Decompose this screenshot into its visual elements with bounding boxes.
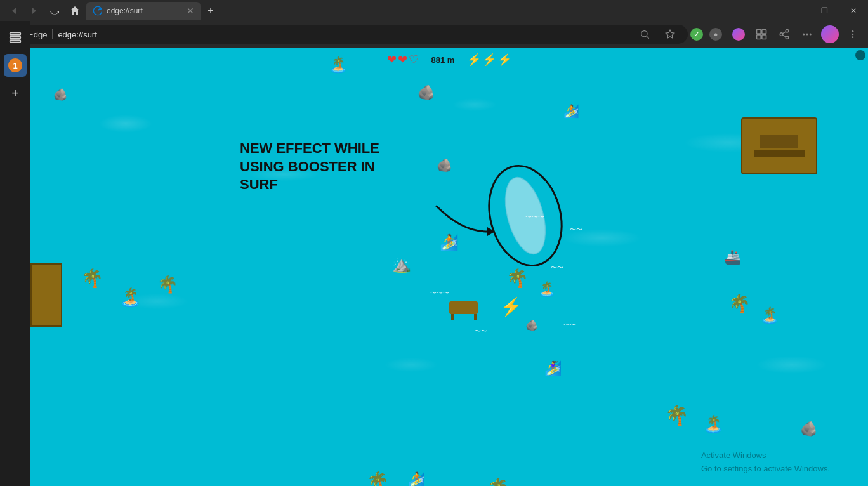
splash-6: 〜〜 (563, 320, 576, 329)
back-button[interactable] (5, 2, 23, 20)
hearts-display: ❤ ❤ ♡ (387, 53, 419, 67)
annotation-text: NEW EFFECT WHILE USING BOOSTER IN SURF (240, 140, 379, 194)
lightning-pickup: ⚡ (500, 298, 522, 316)
url-display: edge://surf (58, 30, 96, 39)
left-building (30, 263, 62, 327)
splash-1: 〜〜〜 (525, 213, 544, 221)
rock-2: 🪨 (437, 159, 452, 171)
search-icon-btn[interactable] (635, 24, 655, 44)
heart-3: ♡ (409, 53, 419, 67)
svg-point-9 (786, 36, 789, 39)
left-building-body (30, 263, 62, 327)
profile-button[interactable] (820, 24, 840, 44)
workspace-avatar: 1 (8, 58, 22, 72)
watermark-line-1: Activate Windows (701, 449, 830, 463)
svg-line-1 (647, 36, 649, 39)
activate-watermark: Activate Windows Go to settings to activ… (701, 449, 830, 476)
svg-rect-18 (10, 33, 21, 35)
svg-rect-4 (762, 30, 766, 34)
svg-line-11 (782, 32, 786, 34)
new-tab-button[interactable]: + (202, 2, 220, 20)
svg-point-8 (780, 33, 783, 36)
favorite-button[interactable] (660, 24, 680, 44)
distance-display: 881 m (431, 55, 455, 65)
splash-2: 〜〜 (551, 263, 563, 272)
island-center-palm: 🌴 (506, 270, 529, 287)
svg-line-10 (782, 35, 786, 37)
extension-btn-1[interactable]: ● (706, 24, 726, 44)
lightning-1: ⚡ (467, 53, 481, 67)
surfer-top-right: 🏄 (563, 105, 579, 117)
lightning-2: ⚡ (482, 53, 496, 67)
close-button[interactable]: ✕ (839, 0, 868, 21)
annotation-line-2: USING BOOSTER IN (240, 158, 379, 176)
lightning-3: ⚡ (497, 53, 511, 67)
island-right-1: 🌴 (728, 295, 751, 313)
annotation-line-1: NEW EFFECT WHILE (240, 140, 379, 158)
sidebar-add-button[interactable]: + (4, 82, 27, 105)
home-button[interactable] (66, 2, 84, 20)
window-controls: ─ ❐ ✕ (780, 0, 868, 21)
bench-leg-2 (474, 314, 477, 320)
splash-4: 〜〜 (475, 327, 487, 336)
toolbar: Edge edge://surf ✓ ● (0, 21, 868, 48)
collections-button[interactable] (751, 24, 772, 44)
browser-name-label: Edge (28, 30, 47, 39)
svg-point-15 (852, 30, 854, 32)
sidebar-collections-button[interactable] (4, 26, 27, 49)
restore-button[interactable]: ❐ (810, 0, 839, 21)
bench-leg-1 (451, 314, 454, 320)
heart-1: ❤ (387, 53, 397, 67)
settings-more-button[interactable] (843, 24, 863, 44)
sidebar: 1 + (0, 21, 30, 486)
browser-window: edge://surf ✕ + ─ ❐ ✕ Edge edge://surf (0, 0, 868, 486)
title-bar-left: edge://surf ✕ + (5, 2, 220, 20)
bench-object (449, 301, 478, 320)
more-tools-button[interactable] (797, 24, 817, 44)
island-left-1: 🌴 (81, 270, 103, 287)
edge-favicon (93, 6, 103, 16)
sidebar-workspaces-button[interactable]: 1 (4, 54, 27, 77)
main-surfer: 🏄 (440, 235, 459, 250)
island-left-2: 🏝️ (119, 289, 141, 306)
svg-marker-21 (487, 227, 495, 236)
address-bar[interactable]: Edge edge://surf (5, 25, 688, 44)
watermark-line-2: Go to settings to activate Windows. (701, 463, 830, 476)
tab-close-button[interactable]: ✕ (187, 6, 194, 16)
more-tools-icon (801, 29, 813, 40)
svg-point-17 (852, 36, 854, 38)
svg-rect-5 (757, 35, 761, 39)
rock-3: 🪨 (53, 89, 67, 100)
title-bar: edge://surf ✕ + ─ ❐ ✕ (0, 0, 868, 21)
forward-button[interactable] (25, 2, 43, 20)
tab-label: edge://surf (107, 6, 143, 15)
dock-roof (760, 135, 798, 148)
island-left-3: 🌴 (157, 276, 178, 292)
rock-4: 🪨 (525, 320, 538, 331)
refresh-button[interactable] (46, 2, 63, 20)
svg-rect-19 (10, 36, 21, 38)
svg-rect-6 (762, 35, 766, 39)
splash-3: 〜〜〜 (430, 289, 449, 298)
svg-rect-20 (10, 40, 21, 42)
ocean-background: ❤ ❤ ♡ 881 m ⚡ ⚡ ⚡ NEW EFFECT WHILE USING… (30, 48, 868, 486)
share-button[interactable] (774, 24, 794, 44)
extension-btn-2[interactable] (728, 24, 749, 44)
minimize-button[interactable]: ─ (780, 0, 810, 21)
dock-building (741, 117, 817, 174)
game-hud: ❤ ❤ ♡ 881 m ⚡ ⚡ ⚡ (387, 53, 512, 67)
settings-more-icon (848, 29, 858, 39)
game-settings-dot[interactable] (855, 50, 865, 60)
extension-icon-2 (732, 28, 745, 41)
character-bottom-center: 🏄 (408, 473, 425, 486)
active-tab[interactable]: edge://surf ✕ (86, 2, 201, 20)
island-center-2: 🏝️ (538, 282, 555, 296)
bench-top (449, 301, 478, 314)
boat-right: 🚢 (724, 251, 741, 265)
svg-rect-3 (757, 30, 761, 34)
sidebar-collections-icon (9, 31, 22, 44)
dock-platform (754, 150, 805, 157)
lightning-display: ⚡ ⚡ ⚡ (467, 53, 511, 67)
svg-point-7 (786, 30, 789, 33)
game-area: ❤ ❤ ♡ 881 m ⚡ ⚡ ⚡ NEW EFFECT WHILE USING… (30, 48, 868, 486)
